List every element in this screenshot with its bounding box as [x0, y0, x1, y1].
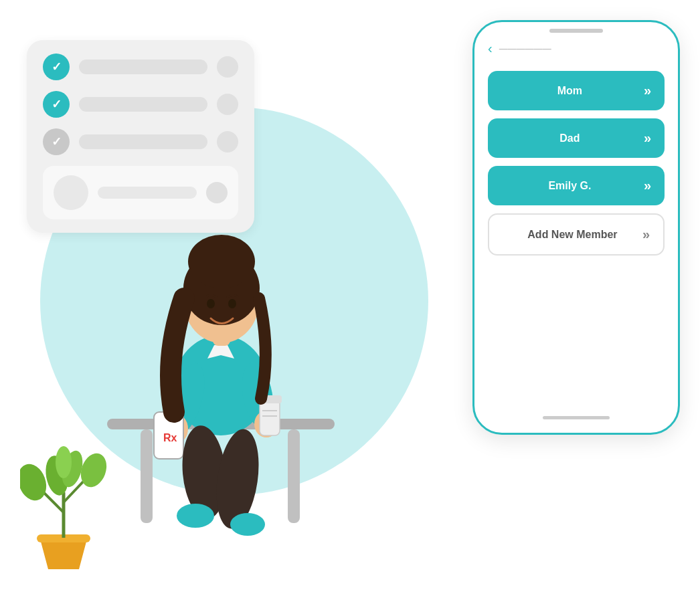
svg-rect-2: [288, 429, 300, 523]
rx-bottle-icon: [54, 175, 88, 210]
phone-header: ‹ ——————: [474, 35, 678, 64]
check-bar-1: [79, 60, 207, 74]
check-dot-2: [217, 94, 238, 115]
mom-label: Mom: [501, 85, 638, 97]
mom-arrow-icon: [644, 83, 651, 98]
dad-button[interactable]: Dad: [488, 118, 665, 158]
svg-text:Rx: Rx: [163, 432, 177, 443]
svg-point-25: [230, 513, 265, 536]
checklist-item-2: ✓: [43, 91, 238, 118]
scene: ✓ ✓ ✓: [0, 0, 700, 606]
notch-bar: [549, 29, 603, 33]
check-bar-2: [79, 97, 207, 112]
mom-button[interactable]: Mom: [488, 71, 665, 110]
dad-label: Dad: [501, 132, 638, 144]
phone-notch: [474, 22, 678, 33]
check-icon-2: ✓: [43, 91, 70, 118]
dad-arrow-icon: [644, 130, 651, 146]
add-member-label: Add New Member: [503, 229, 642, 241]
check-dot-1: [217, 56, 238, 78]
add-member-arrow-icon: [642, 227, 650, 242]
emily-button[interactable]: Emily G.: [488, 166, 665, 205]
svg-point-19: [188, 235, 255, 288]
svg-rect-1: [141, 429, 153, 523]
phone-header-text: ——————: [499, 43, 551, 54]
phone-bottom: [474, 403, 678, 433]
checklist-item-1: ✓: [43, 54, 238, 80]
phone-mockup: ‹ —————— Mom Dad Emily G. Add New Member: [472, 20, 680, 435]
check-icon-3: ✓: [43, 128, 70, 155]
check-bar-3: [79, 134, 207, 149]
svg-marker-26: [40, 539, 87, 569]
emily-arrow-icon: [644, 178, 651, 193]
svg-point-35: [56, 446, 72, 478]
plant-illustration: [20, 439, 107, 573]
emily-label: Emily G.: [501, 180, 638, 192]
check-dot-3: [217, 131, 238, 153]
check-icon-1: ✓: [43, 54, 70, 80]
home-bar: [543, 416, 610, 419]
svg-point-24: [177, 504, 214, 528]
back-arrow-icon[interactable]: ‹: [488, 41, 493, 56]
phone-content: Mom Dad Emily G. Add New Member: [474, 64, 678, 403]
person-illustration: Rx: [87, 151, 355, 566]
add-member-button[interactable]: Add New Member: [488, 213, 665, 256]
svg-point-20: [207, 299, 215, 308]
svg-point-21: [228, 299, 236, 308]
